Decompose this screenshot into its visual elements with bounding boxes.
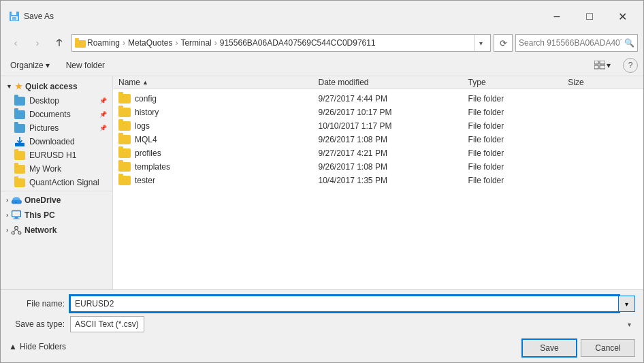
sidebar-item-label: Documents — [29, 110, 71, 119]
file-type: File folder — [468, 108, 568, 117]
help-button[interactable]: ? — [623, 58, 638, 73]
column-headers: Name ▲ Date modified Type Size — [113, 76, 643, 89]
file-type: File folder — [468, 176, 568, 185]
sidebar-item-pictures[interactable]: Pictures 📌 — [1, 121, 112, 135]
organize-button[interactable]: Organize ▾ — [6, 59, 54, 72]
new-folder-button[interactable]: New folder — [62, 59, 109, 72]
title-bar-left: Save As — [9, 11, 54, 22]
folder-icon — [118, 108, 131, 117]
mywork-folder-icon — [14, 165, 25, 174]
save-button[interactable]: Save — [522, 339, 577, 357]
sidebar-item-downloaded[interactable]: Downloaded — [1, 135, 112, 148]
file-date: 10/4/2017 1:35 PM — [318, 176, 468, 185]
close-button[interactable]: ✕ — [607, 6, 638, 27]
organize-dropdown-icon: ▾ — [46, 61, 50, 70]
file-type: File folder — [468, 94, 568, 104]
quantaction-folder-icon — [14, 178, 25, 187]
hide-folders-label: Hide Folders — [20, 342, 66, 351]
sidebar-item-desktop[interactable]: Desktop 📌 — [1, 94, 112, 108]
file-name-text: profiles — [135, 148, 161, 158]
sidebar-item-eurusd[interactable]: EURUSD H1 — [1, 148, 112, 162]
breadcrumb: Roaming › MetaQuotes › Terminal › 915566… — [87, 38, 472, 48]
file-date: 9/26/2017 10:17 PM — [318, 108, 468, 117]
sidebar-section-network[interactable]: › Network — [1, 223, 112, 238]
file-date: 9/27/2017 4:44 PM — [318, 94, 468, 104]
onedrive-icon — [11, 196, 22, 204]
address-bar[interactable]: Roaming › MetaQuotes › Terminal › 915566… — [71, 34, 491, 52]
svg-rect-3 — [12, 17, 16, 20]
action-buttons: Save Cancel — [522, 336, 635, 357]
filetype-row: Save as type: ASCII Text (*.csv) ▾ — [9, 316, 635, 332]
view-grid-icon — [594, 61, 605, 70]
dialog-title: Save As — [24, 12, 54, 21]
pin-icon: 📌 — [99, 97, 107, 104]
folder-icon — [118, 176, 131, 185]
svg-line-21 — [16, 230, 20, 232]
folder-icon — [118, 148, 131, 158]
file-date: 9/26/2017 1:08 PM — [318, 162, 468, 172]
search-input[interactable] — [519, 38, 622, 48]
file-name-text: history — [135, 108, 159, 117]
up-arrow-icon — [54, 38, 64, 48]
hide-folders-toggle[interactable]: ▲ Hide Folders — [9, 341, 66, 353]
folder-icon — [118, 94, 131, 104]
sidebar-section-thispc[interactable]: › This PC — [1, 208, 112, 223]
col-header-type[interactable]: Type — [468, 78, 568, 87]
table-row[interactable]: history 9/26/2017 10:17 PM File folder — [113, 106, 643, 119]
table-row[interactable]: tester 10/4/2017 1:35 PM File folder — [113, 174, 643, 187]
title-bar: Save As – □ ✕ — [1, 1, 643, 31]
navigation-toolbar: ‹ › Roaming › MetaQuotes › Terminal › 91… — [1, 31, 643, 55]
sidebar-item-documents[interactable]: Documents 📌 — [1, 108, 112, 121]
refresh-button[interactable]: ⟳ — [494, 34, 513, 52]
filename-input[interactable] — [70, 296, 619, 312]
sidebar-item-quantaction[interactable]: QuantAction Signal — [1, 176, 112, 189]
bottom-bar: File name: ▾ Save as type: ASCII Text (*… — [1, 289, 643, 362]
col-header-date[interactable]: Date modified — [318, 78, 468, 87]
save-as-dialog: Save As – □ ✕ ‹ › Roaming › MetaQuotes — [0, 0, 644, 363]
table-row[interactable]: templates 9/26/2017 1:08 PM File folder — [113, 160, 643, 174]
pictures-folder-icon — [14, 124, 25, 133]
sidebar-item-mywork[interactable]: My Work — [1, 162, 112, 176]
sidebar-section-onedrive[interactable]: › OneDrive — [1, 193, 112, 208]
breadcrumb-roaming[interactable]: Roaming — [87, 38, 120, 48]
file-name-text: tester — [135, 176, 155, 185]
filetype-label: Save as type: — [9, 319, 70, 329]
folder-address-icon — [75, 38, 86, 48]
breadcrumb-terminal[interactable]: Terminal — [180, 38, 211, 48]
col-header-name[interactable]: Name ▲ — [118, 78, 318, 87]
file-type: File folder — [468, 148, 568, 158]
download-icon — [14, 137, 25, 146]
view-button[interactable]: ▾ — [590, 59, 615, 72]
table-row[interactable]: MQL4 9/26/2017 1:08 PM File folder — [113, 133, 643, 146]
svg-rect-5 — [75, 38, 79, 40]
main-area: ▼ ★ Quick access Desktop 📌 Documents 📌 P… — [1, 76, 643, 289]
search-box[interactable]: 🔍 — [515, 34, 638, 52]
breadcrumb-current[interactable]: 915566BA06ADA407569C544CC0D97611 — [220, 38, 376, 48]
address-dropdown-button[interactable]: ▾ — [474, 35, 487, 51]
filetype-select[interactable]: ASCII Text (*.csv) — [70, 316, 144, 332]
sidebar-item-label: Downloaded — [29, 137, 75, 146]
table-row[interactable]: logs 10/10/2017 1:17 PM File folder — [113, 119, 643, 133]
thispc-label: This PC — [25, 210, 55, 220]
sidebar-item-label: QuantAction Signal — [29, 178, 99, 187]
cancel-button[interactable]: Cancel — [581, 339, 635, 357]
filename-dropdown-button[interactable]: ▾ — [619, 296, 635, 312]
up-button[interactable] — [50, 33, 69, 52]
breadcrumb-metaquotes[interactable]: MetaQuotes — [128, 38, 172, 48]
col-header-size[interactable]: Size — [568, 78, 638, 87]
network-label: Network — [25, 225, 57, 235]
sidebar-section-quick-access[interactable]: ▼ ★ Quick access — [1, 79, 112, 94]
sidebar-item-label: Pictures — [29, 123, 59, 133]
expand-icon: › — [6, 197, 8, 204]
minimize-button[interactable]: – — [541, 6, 573, 27]
maximize-button[interactable]: □ — [574, 6, 605, 27]
svg-point-13 — [12, 197, 20, 202]
dialog-icon — [9, 11, 20, 22]
svg-point-17 — [15, 226, 18, 230]
table-row[interactable]: profiles 9/27/2017 4:21 PM File folder — [113, 146, 643, 160]
file-name-text: templates — [135, 162, 170, 172]
back-button[interactable]: ‹ — [6, 33, 25, 52]
file-name-text: MQL4 — [135, 135, 157, 144]
forward-button[interactable]: › — [28, 33, 47, 52]
table-row[interactable]: config 9/27/2017 4:44 PM File folder — [113, 92, 643, 106]
